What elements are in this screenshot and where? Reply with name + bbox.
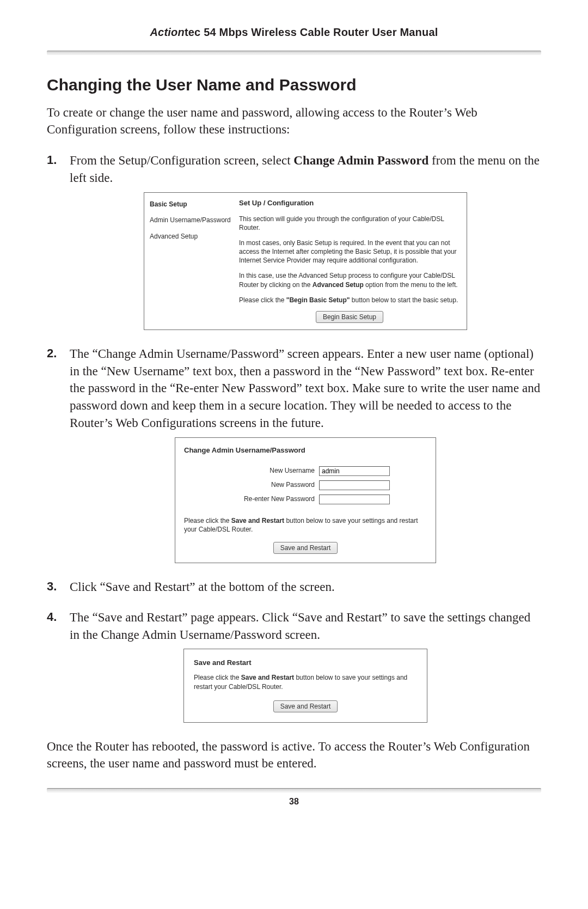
- begin-basic-setup-button[interactable]: Begin Basic Setup: [316, 311, 383, 323]
- step-2-text: The “Change Admin Username/Password” scr…: [70, 347, 540, 430]
- new-username-label: New Username: [184, 466, 319, 475]
- sidebar-item-admin-user-pass[interactable]: Admin Username/Password: [150, 216, 236, 225]
- save-and-restart-button-2[interactable]: Save and Restart: [273, 700, 338, 712]
- screenshot-paragraph-2: In most cases, only Basic Setup is requi…: [239, 239, 460, 265]
- step-4-text: The “Save and Restart” page appears. Cli…: [70, 611, 530, 642]
- step-1: From the Setup/Configuration screen, sel…: [47, 152, 541, 330]
- brand-bold: tec: [185, 26, 201, 38]
- save-and-restart-button[interactable]: Save and Restart: [273, 542, 338, 554]
- section-title: Changing the User Name and Password: [47, 76, 541, 94]
- step-2: The “Change Admin Username/Password” scr…: [47, 345, 541, 563]
- new-password-label: New Password: [184, 480, 319, 490]
- screenshot3-note: Please click the Save and Restart button…: [194, 673, 417, 692]
- header-divider: [47, 51, 541, 55]
- screenshot-paragraph-1: This section will guide you through the …: [239, 215, 460, 232]
- closing-paragraph: Once the Router has rebooted, the passwo…: [47, 738, 541, 772]
- step-3: Click “Save and Restart” at the bottom o…: [47, 578, 541, 596]
- screenshot-paragraph-4: Please click the "Begin Basic Setup" but…: [239, 296, 460, 304]
- sidebar-item-basic-setup[interactable]: Basic Setup: [150, 200, 236, 209]
- screenshot3-title: Save and Restart: [194, 658, 417, 668]
- step-1-bold: Change Admin Password: [293, 154, 428, 167]
- screenshot-save-and-restart: Save and Restart Please click the Save a…: [183, 649, 427, 723]
- header-rest: 54 Mbps Wireless Cable Router User Manua…: [200, 26, 438, 38]
- screenshot-change-admin: Change Admin Username/Password New Usern…: [175, 437, 436, 564]
- new-password-input[interactable]: [319, 480, 390, 490]
- step-1-pre: From the Setup/Configuration screen, sel…: [70, 154, 293, 167]
- new-username-input[interactable]: [319, 466, 390, 476]
- screenshot-sidebar: Basic Setup Admin Username/Password Adva…: [150, 198, 239, 323]
- screenshot-title: Set Up / Configuration: [239, 198, 460, 208]
- intro-paragraph: To create or change the user name and pa…: [47, 104, 541, 138]
- document-header: Actiontec 54 Mbps Wireless Cable Router …: [47, 26, 541, 51]
- reenter-password-input[interactable]: [319, 495, 390, 504]
- step-4: The “Save and Restart” page appears. Cli…: [47, 609, 541, 723]
- screenshot-paragraph-3: In this case, use the Advanced Setup pro…: [239, 271, 460, 289]
- page-number: 38: [47, 797, 541, 807]
- sidebar-item-advanced-setup[interactable]: Advanced Setup: [150, 233, 236, 241]
- screenshot2-note: Please click the Save and Restart button…: [184, 516, 427, 535]
- brand-italic: Action: [150, 26, 184, 38]
- footer-divider: [47, 788, 541, 792]
- screenshot-setup-configuration: Basic Setup Admin Username/Password Adva…: [144, 192, 467, 330]
- screenshot2-title: Change Admin Username/Password: [184, 446, 427, 455]
- reenter-password-label: Re-enter New Password: [184, 495, 319, 504]
